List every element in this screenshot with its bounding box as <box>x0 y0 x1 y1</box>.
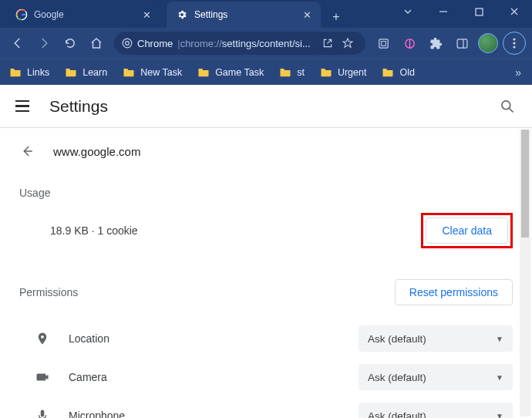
browser-tab-google[interactable]: Google ✕ <box>6 2 160 28</box>
tab-title: Settings <box>194 9 296 20</box>
toolbar-extension-1[interactable] <box>372 32 395 55</box>
bookmark-label: New Task <box>140 67 182 78</box>
bookmark-folder[interactable]: Old <box>379 64 417 81</box>
camera-icon <box>33 368 52 386</box>
chrome-origin-chip: Chrome <box>122 38 173 49</box>
permission-name: Location <box>69 332 359 345</box>
permission-row-camera: Camera Ask (default) ▼ <box>19 358 513 396</box>
folder-icon <box>197 67 210 77</box>
folder-icon <box>279 67 291 77</box>
page-content: Settings www.google.com Usage 18.9 KB · … <box>0 85 532 418</box>
svg-point-12 <box>513 46 515 48</box>
usage-value: 18.9 KB · 1 cookie <box>50 224 421 237</box>
svg-point-11 <box>513 42 515 44</box>
permission-select-location[interactable]: Ask (default) ▼ <box>359 325 513 352</box>
window-controls <box>390 0 532 28</box>
settings-body: www.google.com Usage 18.9 KB · 1 cookie … <box>0 128 532 418</box>
bookmark-star-icon[interactable] <box>338 37 358 49</box>
highlight-annotation: Clear data <box>421 213 513 248</box>
address-prefix: Chrome <box>137 38 173 49</box>
folder-icon <box>382 67 394 77</box>
profile-avatar[interactable] <box>476 32 500 55</box>
permission-row-location: Location Ask (default) ▼ <box>19 319 513 358</box>
svg-point-10 <box>513 38 515 40</box>
address-scheme: chrome:// <box>180 38 222 49</box>
site-hostname: www.google.com <box>53 145 140 158</box>
toolbar-extension-2[interactable] <box>398 32 421 55</box>
permission-name: Microphone <box>69 410 359 418</box>
chevron-down-icon: ▼ <box>496 335 503 343</box>
permission-name: Camera <box>69 371 359 383</box>
forward-button[interactable] <box>32 32 56 55</box>
permission-value: Ask (default) <box>368 410 426 419</box>
permission-value: Ask (default) <box>368 333 426 345</box>
new-tab-button[interactable]: + <box>325 6 347 28</box>
window-close-button[interactable] <box>497 0 532 23</box>
browser-menu-button[interactable] <box>503 32 526 55</box>
svg-rect-5 <box>379 39 387 47</box>
gear-icon <box>176 8 188 21</box>
vertical-scrollbar[interactable] <box>520 130 530 416</box>
reload-button[interactable] <box>59 32 82 55</box>
extensions-icon[interactable] <box>424 32 447 55</box>
svg-point-4 <box>126 42 130 46</box>
bookmark-label: Game Task <box>215 67 264 78</box>
bookmark-label: Urgent <box>338 67 367 78</box>
clear-data-button[interactable]: Clear data <box>426 217 508 244</box>
svg-rect-6 <box>381 41 386 46</box>
scrollbar-thumb[interactable] <box>521 130 529 238</box>
usage-row: 18.9 KB · 1 cookie Clear data <box>19 213 513 248</box>
bookmarks-bar: Links Learn New Task Game Task st Urgent… <box>0 59 532 85</box>
browser-toolbar: Chrome | chrome://settings/content/si... <box>0 28 532 59</box>
back-button[interactable] <box>6 32 29 55</box>
svg-line-14 <box>510 108 513 112</box>
back-arrow-button[interactable] <box>19 143 35 159</box>
site-header-row: www.google.com <box>19 128 513 165</box>
bookmark-folder[interactable]: st <box>276 64 308 81</box>
permission-value: Ask (default) <box>368 372 426 383</box>
menu-icon[interactable] <box>15 97 34 116</box>
permission-row-microphone: Microphone Ask (default) ▼ <box>19 396 513 418</box>
svg-point-3 <box>123 39 132 48</box>
tab-close-button[interactable]: ✕ <box>140 8 153 21</box>
svg-rect-8 <box>457 39 467 47</box>
bookmark-label: st <box>297 67 305 78</box>
bookmark-label: Old <box>399 67 414 78</box>
window-dropdown-button[interactable] <box>390 0 426 23</box>
chevron-down-icon: ▼ <box>496 373 503 382</box>
window-maximize-button[interactable] <box>461 0 497 23</box>
folder-icon <box>320 67 332 77</box>
permissions-section-label: Permissions <box>19 286 395 298</box>
address-path: settings/content/si... <box>222 38 311 49</box>
bookmark-label: Links <box>27 67 49 78</box>
search-icon[interactable] <box>498 97 517 116</box>
reset-permissions-button[interactable]: Reset permissions <box>395 279 513 305</box>
folder-icon <box>65 67 77 77</box>
tab-title: Google <box>34 9 136 20</box>
bookmark-folder[interactable]: New Task <box>120 64 185 81</box>
permission-select-microphone[interactable]: Ask (default) ▼ <box>359 403 513 418</box>
bookmark-label: Learn <box>82 67 107 78</box>
home-button[interactable] <box>85 32 108 55</box>
page-title: Settings <box>49 97 108 116</box>
svg-rect-2 <box>476 8 483 15</box>
share-icon[interactable] <box>318 37 338 49</box>
bookmark-folder[interactable]: Game Task <box>194 64 267 81</box>
svg-point-13 <box>502 100 510 109</box>
bookmark-folder[interactable]: Links <box>6 64 52 81</box>
bookmarks-overflow-button[interactable]: » <box>510 66 526 79</box>
side-panel-icon[interactable] <box>450 32 473 55</box>
usage-section-label: Usage <box>19 187 513 199</box>
google-icon <box>15 8 28 21</box>
permissions-header: Permissions Reset permissions <box>19 279 513 305</box>
permission-select-camera[interactable]: Ask (default) ▼ <box>359 364 513 390</box>
browser-tab-settings[interactable]: Settings ✕ <box>167 2 321 28</box>
folder-icon <box>9 67 22 77</box>
window-minimize-button[interactable] <box>426 0 461 23</box>
tab-close-button[interactable]: ✕ <box>301 8 313 21</box>
folder-icon <box>123 67 135 77</box>
bookmark-folder[interactable]: Learn <box>62 64 110 81</box>
bookmark-folder[interactable]: Urgent <box>317 64 370 81</box>
chevron-down-icon: ▼ <box>496 412 503 419</box>
address-bar[interactable]: Chrome | chrome://settings/content/si... <box>114 32 365 55</box>
